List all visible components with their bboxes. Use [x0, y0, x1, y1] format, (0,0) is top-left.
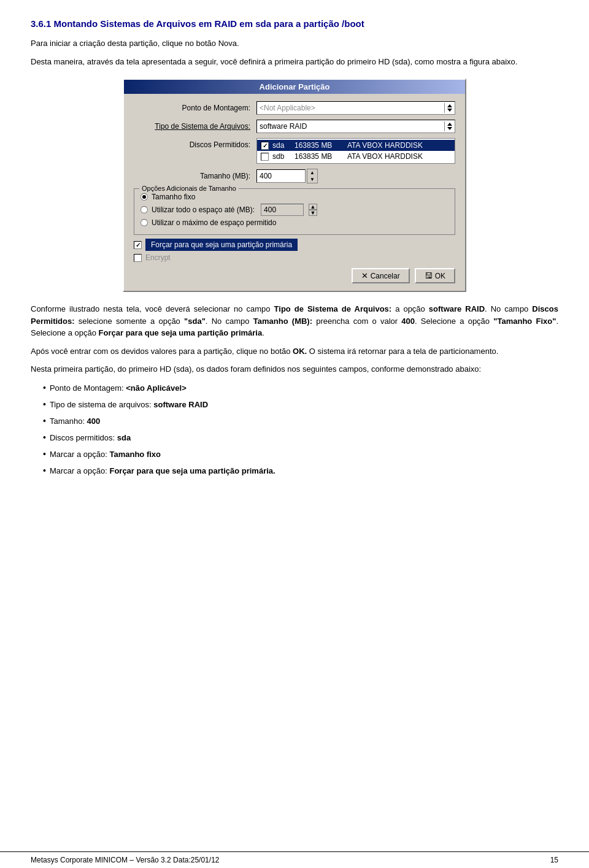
page-footer: Metasys Corporate MINICOM – Versão 3.2 D…: [0, 851, 589, 868]
utilizar-espaco-spinner[interactable]: ▲ ▼: [309, 204, 317, 216]
dialog-body: Ponto de Montagem: <Not Applicable>: [124, 94, 465, 291]
discos-control: ✓ sda 163835 MB ATA VBOX HARDDISK sdb: [256, 138, 455, 164]
footer-right: 15: [550, 856, 558, 864]
ponto-montagem-select[interactable]: <Not Applicable>: [256, 101, 455, 115]
dialog-buttons: ✕ Cancelar 🖫 OK: [134, 268, 455, 283]
ponto-montagem-arrow: [444, 103, 452, 113]
dialog-box: Adicionar Partição Ponto de Montagem: <N…: [123, 79, 466, 292]
tipo-sistema-label: Tipo de Sistema de Arquivos:: [134, 122, 256, 131]
tamanho-label: Tamanho (MB):: [134, 172, 256, 180]
tamanho-down-button[interactable]: ▼: [307, 176, 317, 183]
intro-p1: Para iniciar a criação desta partição, c…: [31, 37, 558, 50]
tamanho-input[interactable]: 400: [256, 169, 306, 183]
list-item-marcar-fixo: Marcar a opção: Tamanho fixo: [43, 448, 558, 461]
opcoes-legend: Opções Adicionais de Tamanho: [139, 185, 239, 192]
forcar-row[interactable]: ✓ Forçar para que seja uma partição prim…: [134, 239, 455, 251]
checkbox-forcar[interactable]: ✓: [134, 241, 142, 249]
tipo-sistema-arrow: [444, 121, 452, 131]
radio-utilizar-espaco-row[interactable]: Utilizar todo o espaço até (MB): 400 ▲ ▼: [141, 204, 448, 216]
ok-button[interactable]: 🖫 OK: [415, 268, 455, 283]
utilizar-espaco-down[interactable]: ▼: [309, 210, 317, 216]
intro-p2: Desta maneira, através da tela apresenta…: [31, 56, 558, 68]
list-item-discos: Discos permitidos: sda: [43, 431, 558, 444]
disco-row-sdb[interactable]: sdb 163835 MB ATA VBOX HARDDISK: [257, 151, 455, 162]
checkbox-sdb[interactable]: [261, 153, 269, 161]
dialog-titlebar: Adicionar Partição: [124, 80, 465, 94]
discos-row: Discos Permitidos: ✓ sda 163835 MB: [134, 138, 455, 164]
disco-row-sda[interactable]: ✓ sda 163835 MB ATA VBOX HARDDISK: [257, 140, 455, 151]
radio-utilizar-maximo[interactable]: [141, 219, 148, 226]
checkbox-encrypt[interactable]: [134, 254, 142, 262]
encrypt-label: Encrypt: [145, 253, 171, 262]
tipo-sistema-control[interactable]: software RAID: [256, 120, 455, 133]
ponto-montagem-row: Ponto de Montagem: <Not Applicable>: [134, 101, 455, 115]
section-heading: 3.6.1 Montando Sistemas de Arquivos em R…: [31, 18, 558, 29]
tamanho-row: Tamanho (MB): 400 ▲ ▼: [134, 169, 455, 183]
tamanho-up-button[interactable]: ▲: [307, 169, 317, 176]
body-p2: Após você entrar com os devidos valores …: [31, 345, 558, 358]
list-item-tipo: Tipo de sistema de arquivos: software RA…: [43, 398, 558, 411]
ok-icon: 🖫: [425, 271, 433, 280]
body-p3: Nesta primeira partição, do primeiro HD …: [31, 363, 558, 375]
list-item-ponto: Ponto de Montagem: <não Aplicável>: [43, 382, 558, 394]
discos-list: ✓ sda 163835 MB ATA VBOX HARDDISK sdb: [256, 138, 455, 164]
tipo-sistema-select[interactable]: software RAID: [256, 120, 455, 133]
body-p1: Conforme ilustrado nesta tela, você deve…: [31, 303, 558, 339]
discos-label: Discos Permitidos:: [134, 138, 256, 149]
tamanho-spinner[interactable]: ▲ ▼: [307, 169, 318, 183]
dialog-wrapper: Adicionar Partição Ponto de Montagem: <N…: [31, 79, 558, 292]
checkbox-sda[interactable]: ✓: [261, 142, 269, 150]
radio-tamanho-fixo[interactable]: [141, 193, 148, 201]
utilizar-espaco-up[interactable]: ▲: [309, 204, 317, 210]
radio-tamanho-fixo-row[interactable]: Tamanho fixo: [141, 193, 448, 201]
footer-left: Metasys Corporate MINICOM – Versão 3.2 D…: [31, 856, 219, 864]
tipo-sistema-row: Tipo de Sistema de Arquivos: software RA…: [134, 120, 455, 133]
ponto-montagem-label: Ponto de Montagem:: [134, 104, 256, 112]
opcoes-group: Opções Adicionais de Tamanho Tamanho fix…: [134, 188, 455, 235]
utilizar-espaco-input[interactable]: 400: [261, 204, 304, 216]
radio-utilizar-espaco[interactable]: [141, 206, 148, 213]
tamanho-control[interactable]: 400 ▲ ▼: [256, 169, 455, 183]
list-item-tamanho: Tamanho: 400: [43, 415, 558, 428]
ponto-montagem-control[interactable]: <Not Applicable>: [256, 101, 455, 115]
list-item-marcar-forcar: Marcar a opção: Forçar para que seja uma…: [43, 464, 558, 477]
forcar-label: Forçar para que seja uma partição primár…: [145, 239, 298, 251]
radio-utilizar-maximo-row[interactable]: Utilizar o máximo de espaço permitido: [141, 218, 448, 227]
cancel-icon: ✕: [361, 271, 368, 280]
cancel-button[interactable]: ✕ Cancelar: [352, 268, 410, 283]
summary-list: Ponto de Montagem: <não Aplicável> Tipo …: [43, 382, 558, 477]
encrypt-row[interactable]: Encrypt: [134, 253, 455, 262]
